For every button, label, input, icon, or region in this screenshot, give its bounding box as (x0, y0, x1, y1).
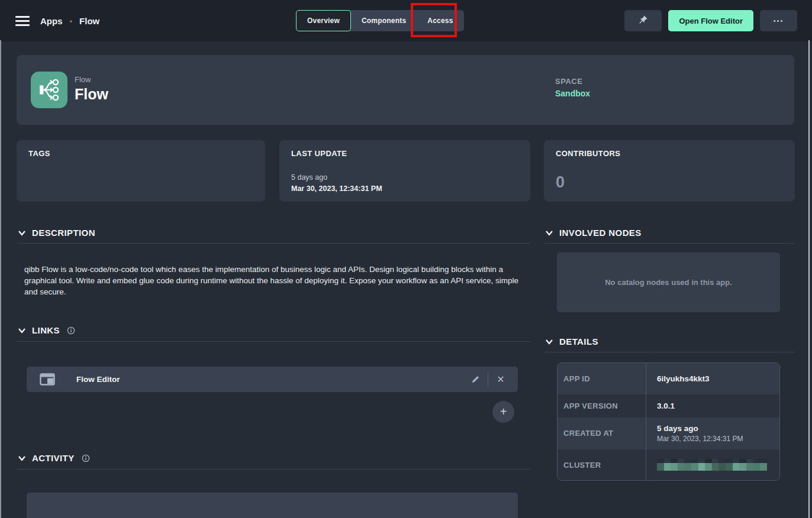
pin-button[interactable] (624, 10, 662, 31)
app-type-label: Flow (75, 75, 91, 84)
chevron-down-icon (18, 229, 26, 237)
tags-card: TAGS (17, 140, 265, 202)
table-row-created-at: CREATED AT 5 days ago Mar 30, 2023, 12:3… (558, 417, 779, 450)
details-section-header[interactable]: DETAILS (545, 336, 598, 347)
activity-section-header[interactable]: ACTIVITY (18, 453, 90, 463)
edit-link-button[interactable] (466, 371, 484, 388)
table-row-app-version: APP VERSION 3.0.1 (558, 394, 779, 417)
nav-actions: Open Flow Editor ••• (624, 10, 797, 31)
close-icon: ✕ (497, 374, 504, 385)
link-item-flow-editor[interactable]: Flow Editor ✕ (27, 367, 518, 392)
detail-label: APP ID (558, 363, 646, 394)
last-update-title: LAST UPDATE (291, 149, 518, 158)
links-title: LINKS (32, 325, 60, 335)
details-title: DETAILS (559, 336, 598, 347)
table-row-cluster: CLUSTER (558, 449, 779, 480)
add-link-button[interactable]: + (492, 401, 514, 423)
scrollbar-track[interactable] (808, 40, 810, 518)
divider (544, 352, 795, 352)
detail-value (646, 449, 779, 480)
contributors-count: 0 (556, 173, 565, 192)
info-icon[interactable] (67, 326, 75, 335)
divider (544, 243, 795, 244)
activity-card (27, 493, 518, 518)
chevron-down-icon (18, 455, 26, 462)
contributors-title: CONTRIBUTORS (556, 149, 783, 158)
description-text: qibb Flow is a low-code/no-code tool whi… (24, 264, 531, 297)
tags-card-title: TAGS (28, 149, 253, 158)
window-icon (40, 373, 55, 386)
remove-link-button[interactable]: ✕ (492, 371, 510, 388)
app-header-card: Flow Flow SPACE Sandbox (17, 55, 794, 125)
open-flow-editor-button[interactable]: Open Flow Editor (668, 10, 753, 31)
space-label: SPACE (555, 77, 582, 86)
flow-app-icon (31, 72, 67, 108)
page-tabs: Overview Components Access (296, 10, 464, 31)
app-overview-page: Apps • Flow Overview Components Access O… (0, 0, 812, 518)
details-table: APP ID 6ilyukhs4kkt3 APP VERSION 3.0.1 C… (557, 362, 780, 481)
space-link-sandbox[interactable]: Sandbox (555, 89, 590, 98)
breadcrumb-apps[interactable]: Apps (40, 16, 63, 26)
chevron-down-icon (545, 338, 553, 345)
info-icon[interactable] (82, 454, 90, 462)
link-actions: ✕ (466, 371, 510, 388)
divider (488, 372, 488, 387)
involved-nodes-title: INVOLVED NODES (559, 228, 642, 238)
window-edge-left (0, 40, 1, 518)
activity-title: ACTIVITY (32, 453, 75, 463)
redacted-cluster-value (657, 459, 767, 471)
hamburger-menu-icon[interactable] (15, 16, 30, 26)
detail-label: CREATED AT (558, 417, 646, 450)
divider (17, 469, 530, 470)
divider (17, 243, 530, 244)
more-button[interactable]: ••• (760, 10, 797, 31)
detail-label: CLUSTER (558, 449, 646, 480)
link-label: Flow Editor (76, 375, 120, 384)
last-update-relative: 5 days ago (291, 173, 327, 182)
detail-value: 6ilyukhs4kkt3 (646, 363, 779, 394)
detail-value: 5 days ago Mar 30, 2023, 12:34:31 PM (646, 417, 779, 450)
involved-nodes-section-header[interactable]: INVOLVED NODES (545, 228, 642, 238)
table-row-app-id: APP ID 6ilyukhs4kkt3 (558, 363, 779, 394)
breadcrumb: Apps • Flow (40, 0, 99, 41)
divider (17, 341, 530, 342)
involved-nodes-empty-state: No catalog nodes used in this app. (557, 252, 780, 312)
last-update-card: LAST UPDATE 5 days ago Mar 30, 2023, 12:… (279, 140, 530, 202)
detail-value: 3.0.1 (646, 394, 779, 417)
breadcrumb-separator: • (70, 17, 73, 25)
created-at-relative: 5 days ago (657, 424, 779, 433)
description-section-header[interactable]: DESCRIPTION (18, 228, 95, 238)
last-update-timestamp: Mar 30, 2023, 12:34:31 PM (291, 184, 382, 193)
tab-overview[interactable]: Overview (296, 10, 351, 31)
contributors-card: CONTRIBUTORS 0 (544, 140, 795, 202)
chevron-down-icon (545, 229, 553, 237)
created-at-timestamp: Mar 30, 2023, 12:34:31 PM (657, 435, 779, 443)
links-section-header[interactable]: LINKS (18, 325, 75, 335)
breadcrumb-current: Flow (79, 16, 99, 26)
detail-label: APP VERSION (558, 394, 646, 417)
tab-components[interactable]: Components (351, 10, 417, 31)
description-title: DESCRIPTION (32, 228, 95, 238)
top-navbar: Apps • Flow Overview Components Access O… (0, 0, 812, 41)
pin-icon (639, 15, 648, 27)
pencil-icon (471, 375, 480, 384)
chevron-down-icon (18, 327, 26, 334)
more-dots-icon: ••• (774, 17, 784, 24)
page-title: Flow (75, 86, 108, 103)
tab-access[interactable]: Access (417, 10, 463, 31)
